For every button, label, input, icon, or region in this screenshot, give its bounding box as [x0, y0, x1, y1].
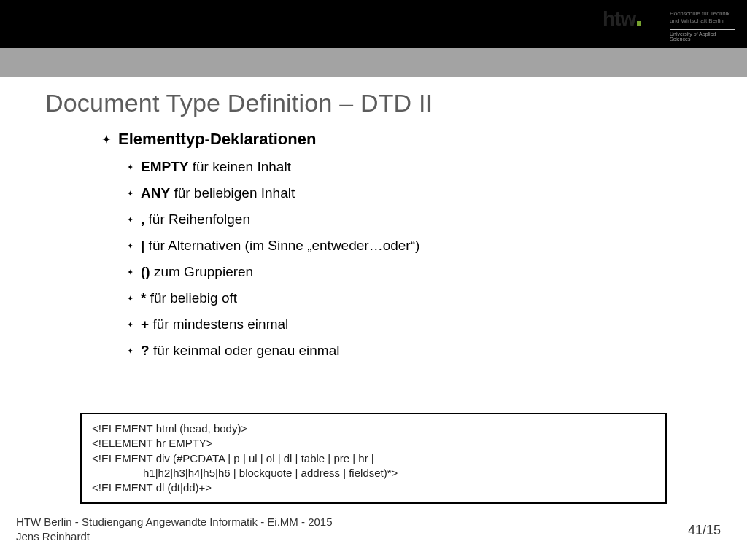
list-item-rest: zum Gruppieren [150, 264, 254, 279]
list-item-bold: + [141, 316, 149, 332]
logo-sub2: University of Applied Sciences [670, 29, 735, 42]
list-item-rest: für Alternativen (im Sinne „entweder…ode… [144, 238, 419, 253]
list-item-bold: ANY [141, 185, 170, 201]
grey-bar [0, 48, 747, 77]
list-item-rest: für keinen Inhalt [188, 159, 290, 174]
list-item: ✦ ? für keinmal oder genau einmal [127, 343, 657, 359]
list-item-text: EMPTY für keinen Inhalt [141, 159, 291, 175]
diamond-bullet-icon: ✦ [127, 215, 133, 225]
logo-subtitle: Hochschule für Technik und Wirtschaft Be… [670, 10, 730, 24]
content-area: ✦ Elementtyp-Deklarationen ✦ EMPTY für k… [102, 130, 657, 369]
code-line: <!ELEMENT hr EMPTY> [92, 436, 655, 451]
list-item-bold: () [141, 264, 150, 279]
diamond-bullet-icon: ✦ [127, 320, 133, 330]
list-item: ✦ ANY für beliebigen Inhalt [127, 185, 657, 201]
section-heading-text: Elementtyp-Deklarationen [118, 130, 316, 149]
logo-dot-icon [637, 21, 641, 26]
diamond-bullet-icon: ✦ [127, 163, 133, 172]
code-example-box: <!ELEMENT html (head, body)> <!ELEMENT h… [80, 413, 667, 504]
section-heading: ✦ Elementtyp-Deklarationen [102, 130, 657, 149]
list-item: ✦ , für Reihenfolgen [127, 211, 657, 228]
diamond-bullet-icon: ✦ [127, 294, 133, 303]
list-item-text: () zum Gruppieren [141, 264, 253, 280]
list-item-rest: für beliebig oft [146, 290, 237, 306]
list-item-text: * für beliebig oft [141, 290, 237, 306]
page-title: Document Type Definition – DTD II [45, 89, 433, 117]
footer: HTW Berlin - Studiengang Angewandte Info… [16, 515, 333, 545]
footer-line1: HTW Berlin - Studiengang Angewandte Info… [16, 515, 333, 529]
logo-sub-line2: und Wirtschaft Berlin [670, 18, 724, 24]
list-item-text: ANY für beliebigen Inhalt [141, 185, 295, 201]
list-item: ✦ | für Alternativen (im Sinne „entweder… [127, 238, 657, 254]
logo-text: htw [603, 7, 635, 31]
list-item-rest: für Reihenfolgen [144, 211, 250, 227]
list-item-text: | für Alternativen (im Sinne „entweder…o… [141, 238, 419, 254]
diamond-bullet-icon: ✦ [127, 268, 133, 277]
logo-sub-line1: Hochschule für Technik [670, 10, 730, 17]
logo-block: htw Hochschule für Technik und Wirtschaf… [603, 7, 734, 31]
diamond-bullet-icon: ✦ [102, 133, 111, 145]
diamond-bullet-icon: ✦ [127, 346, 133, 356]
code-line: h1|h2|h3|h4|h5|h6 | blockquote | address… [92, 466, 655, 481]
page-number: 41/15 [688, 523, 721, 538]
list-item-text: + für mindestens einmal [141, 316, 288, 332]
list-item-rest: für keinmal oder genau einmal [150, 343, 340, 358]
list-item: ✦ EMPTY für keinen Inhalt [127, 159, 657, 175]
list-item-text: ? für keinmal oder genau einmal [141, 343, 339, 359]
code-line: <!ELEMENT div (#PCDATA | p | ul | ol | d… [92, 451, 655, 466]
code-line: <!ELEMENT dl (dt|dd)+> [92, 481, 655, 495]
list-item-bold: EMPTY [141, 159, 188, 174]
divider-line [0, 85, 747, 85]
list-item-bold: ? [141, 343, 150, 358]
diamond-bullet-icon: ✦ [127, 241, 133, 251]
diamond-bullet-icon: ✦ [127, 189, 133, 198]
footer-line2: Jens Reinhardt [16, 529, 333, 544]
list-item: ✦ () zum Gruppieren [127, 264, 657, 280]
list-item: ✦ * für beliebig oft [127, 290, 657, 306]
list-item: ✦ + für mindestens einmal [127, 316, 657, 332]
code-line: <!ELEMENT html (head, body)> [92, 421, 655, 436]
list-item-rest: für mindestens einmal [149, 316, 288, 332]
list-item-text: , für Reihenfolgen [141, 211, 250, 228]
list-item-rest: für beliebigen Inhalt [170, 185, 295, 201]
